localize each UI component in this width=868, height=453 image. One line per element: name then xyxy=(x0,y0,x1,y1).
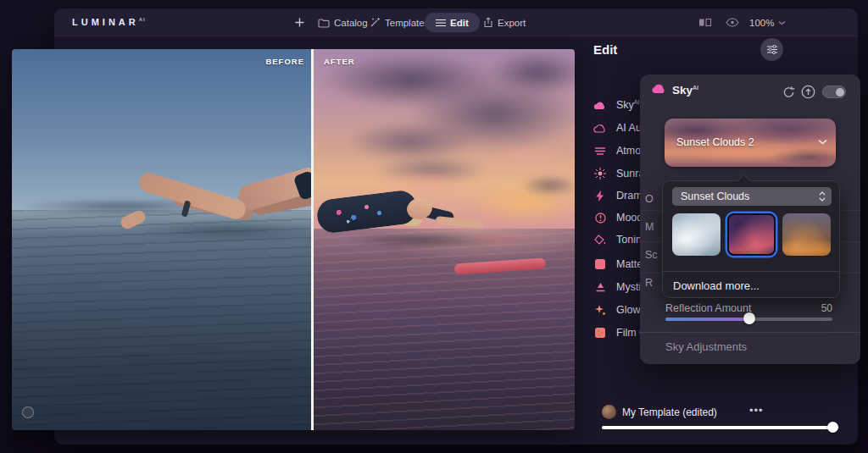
zoom-level-label: 100% xyxy=(749,18,774,28)
paint-bucket-icon xyxy=(593,235,607,245)
folder-icon xyxy=(318,18,330,28)
chevron-down-icon xyxy=(778,20,786,25)
water-shadow xyxy=(131,223,326,238)
app-logo: LUMINARAI xyxy=(72,17,146,27)
selected-sky-label: Sunset Clouds 2 xyxy=(676,136,754,148)
tab-catalog-label: Catalog xyxy=(334,18,368,28)
menu-item-glow[interactable]: Glow xyxy=(593,302,640,318)
tab-templates-label: Templates xyxy=(385,18,429,28)
compare-icon xyxy=(698,18,712,27)
cloud-plus-icon xyxy=(593,124,607,133)
up-down-chevron-icon xyxy=(817,190,827,203)
sky-enabled-toggle[interactable] xyxy=(822,86,846,98)
template-amount-thumb[interactable] xyxy=(827,422,838,433)
sky-category-select[interactable]: Sunset Clouds xyxy=(672,187,832,206)
sliders-icon xyxy=(436,19,446,27)
clipped-control-label: M xyxy=(645,221,654,233)
template-amount-slider[interactable] xyxy=(602,426,839,429)
adjustment-sliders-icon xyxy=(766,44,778,55)
photo-canvas: BEFORE AFTER xyxy=(12,49,575,430)
clipped-control-label: O xyxy=(645,193,654,205)
tab-edit[interactable]: Edit xyxy=(425,13,480,32)
sky-preset-dropdown: Sunset Clouds Download more... xyxy=(662,180,840,298)
edits-panel-button[interactable] xyxy=(760,38,783,61)
board-reflection xyxy=(465,235,537,243)
before-after-divider[interactable] xyxy=(311,49,314,430)
pink-cloud xyxy=(491,147,567,163)
sky-thumbnail-2-selected[interactable] xyxy=(727,213,776,256)
tab-export[interactable]: Export xyxy=(483,8,526,36)
eye-icon xyxy=(726,18,739,27)
tab-export-label: Export xyxy=(498,18,526,28)
reset-button[interactable] xyxy=(781,84,796,99)
menu-item-label: Glow xyxy=(616,304,640,316)
template-name-label: My Template (edited) xyxy=(622,406,717,418)
lightning-icon xyxy=(593,191,607,202)
share-icon xyxy=(483,17,493,28)
more-options-button[interactable]: ••• xyxy=(749,404,764,417)
download-more-link[interactable]: Download more... xyxy=(673,279,760,292)
tab-templates[interactable]: Templates xyxy=(370,8,429,36)
sky-thumbnail-1[interactable] xyxy=(672,213,721,256)
avatar xyxy=(602,405,616,419)
template-amount-fill xyxy=(602,426,830,429)
sky-category-value: Sunset Clouds xyxy=(681,191,749,202)
reflection-amount-thumb[interactable] xyxy=(743,312,755,324)
menu-item-label: SkyAI xyxy=(616,99,639,111)
divider xyxy=(663,271,839,272)
before-label: BEFORE xyxy=(12,57,304,66)
sky-panel-title: SkyAI xyxy=(672,84,698,97)
watermark-badge-icon xyxy=(22,406,34,418)
mystical-icon xyxy=(593,282,607,292)
menu-item-label: Mood xyxy=(616,212,643,224)
reflection-amount-fill xyxy=(665,318,749,321)
before-water xyxy=(12,210,314,430)
toggle-knob xyxy=(836,88,844,97)
after-label: AFTER xyxy=(324,57,355,66)
panel-title: Edit xyxy=(593,42,617,57)
pink-cloud xyxy=(368,173,478,191)
clipped-control-label: Sc xyxy=(645,249,658,261)
clipped-control-label: R xyxy=(645,277,653,289)
cloud xyxy=(487,51,575,95)
menu-item-matte[interactable]: Matte xyxy=(593,257,643,272)
menu-item-sky[interactable]: SkyAI xyxy=(593,97,639,113)
sky-adjustments-section[interactable]: Sky Adjustments xyxy=(665,340,747,353)
add-button[interactable] xyxy=(294,8,305,36)
zoom-dropdown[interactable]: 100% xyxy=(749,8,786,36)
sky-thumbnail-3[interactable] xyxy=(782,213,831,256)
preview-toggle-button[interactable] xyxy=(726,8,739,36)
menu-item-mood[interactable]: Mood xyxy=(593,210,643,225)
cloud-icon xyxy=(651,83,667,94)
compare-view-button[interactable] xyxy=(698,8,712,36)
magic-wand-icon xyxy=(370,17,381,28)
divider xyxy=(640,332,860,333)
sparkle-icon xyxy=(593,305,607,316)
matte-square-icon xyxy=(593,259,607,269)
menu-item-label: Matte xyxy=(616,258,643,270)
tab-edit-label: Edit xyxy=(450,18,469,28)
grain-square-icon xyxy=(593,328,607,338)
sun-icon xyxy=(593,168,607,180)
sky-preset-selector[interactable]: Sunset Clouds 2 xyxy=(665,119,836,167)
haze-lines-icon xyxy=(593,146,607,156)
chevron-down-icon xyxy=(818,139,827,145)
top-toolbar: LUMINARAI Catalog Templates Edit xyxy=(54,8,858,36)
reflection-amount-value: 50 xyxy=(821,302,832,314)
reflection-amount-label: Reflection Amount xyxy=(665,302,751,314)
mood-circle-icon xyxy=(593,213,607,224)
edit-mask-button[interactable] xyxy=(800,84,815,99)
tab-catalog[interactable]: Catalog xyxy=(318,8,368,36)
plus-icon xyxy=(294,17,305,28)
cloud xyxy=(520,176,575,195)
cloud-icon xyxy=(593,101,607,110)
